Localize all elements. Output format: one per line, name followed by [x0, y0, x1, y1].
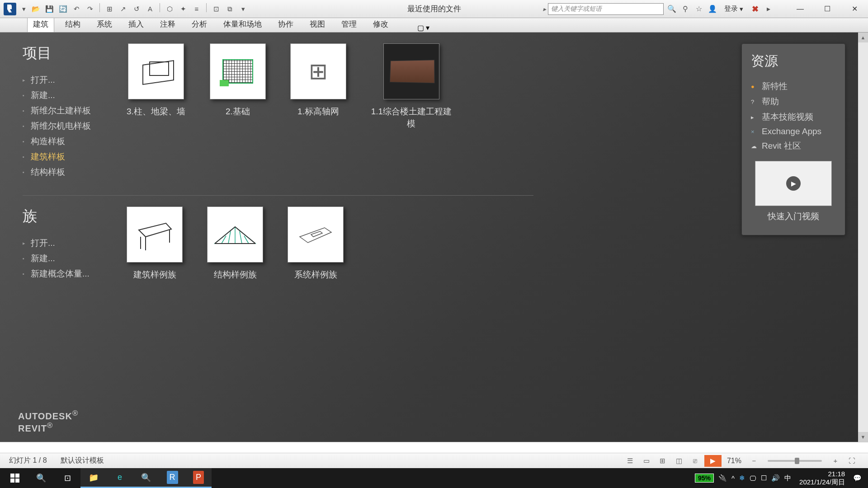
project-template-link[interactable]: ▪斯维尔土建样板	[23, 105, 113, 117]
task-view-button[interactable]: ⊡	[54, 468, 80, 488]
switch-win-icon[interactable]: ⧉	[224, 3, 236, 15]
family-new-link[interactable]: ▪新建...	[23, 253, 113, 264]
tab-systems[interactable]: 系统	[91, 16, 118, 32]
search-icon[interactable]: 🔍	[666, 4, 677, 14]
user-icon[interactable]: 👤	[707, 4, 718, 14]
dim-icon[interactable]: ↺	[131, 3, 142, 15]
zoom-level[interactable]: 71%	[727, 457, 741, 465]
close-button[interactable]: ✕	[841, 3, 868, 15]
help-expand-icon[interactable]: ▸	[763, 4, 774, 14]
open-icon[interactable]: 📂	[30, 3, 42, 15]
taskbar-app-edge[interactable]: e	[107, 468, 133, 488]
taskbar-app-powerpoint[interactable]: P	[185, 468, 212, 488]
save-icon[interactable]: 💾	[43, 3, 55, 15]
power-icon[interactable]: 🔌	[718, 474, 727, 482]
notifications-icon[interactable]: 💬	[853, 474, 862, 482]
volume-icon[interactable]: 🔊	[771, 474, 780, 482]
tab-manage[interactable]: 管理	[336, 16, 362, 32]
scroll-down-icon[interactable]: ▼	[858, 432, 868, 442]
doc-icon: ▪	[23, 123, 27, 129]
redo-icon[interactable]: ↷	[84, 3, 96, 15]
tab-architecture[interactable]: 建筑	[27, 16, 54, 32]
tab-analyze[interactable]: 分析	[186, 16, 212, 32]
family-conceptual-link[interactable]: ▪新建概念体量...	[23, 268, 113, 280]
recent-project[interactable]: 1.1综合楼土建工程建模	[371, 43, 452, 182]
tab-massing[interactable]: 体量和场地	[218, 16, 267, 32]
resource-link-new-features[interactable]: ●新特性	[751, 80, 836, 92]
section-icon[interactable]: ✦	[177, 3, 189, 15]
cast-icon[interactable]: 🖵	[750, 474, 756, 482]
project-template-link[interactable]: ▪构造样板	[23, 136, 113, 147]
quick-access-toolbar: 📂 💾 🔄 ↶ ↷ ⊞ ↗ ↺ A ⬡ ✦ ≡ ⊡ ⧉ ▾	[30, 3, 249, 15]
app-icon[interactable]	[4, 3, 16, 15]
start-button[interactable]	[2, 468, 28, 488]
doc-icon: ▪	[23, 271, 27, 277]
normal-view-icon[interactable]: ▭	[639, 455, 654, 467]
taskbar-app-search[interactable]: 🔍	[133, 468, 159, 488]
close-win-icon[interactable]: ⊡	[210, 3, 222, 15]
align-icon[interactable]: ↗	[117, 3, 129, 15]
project-template-link[interactable]: ▪斯维尔机电样板	[23, 120, 113, 132]
zoom-in-button[interactable]: +	[828, 455, 843, 467]
scroll-up-icon[interactable]: ▲	[858, 33, 868, 42]
zoom-out-button[interactable]: −	[747, 455, 761, 467]
3d-icon[interactable]: ⬡	[164, 3, 175, 15]
search-input[interactable]: 键入关键字或短语	[548, 3, 664, 15]
thin-lines-icon[interactable]: ≡	[191, 3, 203, 15]
notes-view-icon[interactable]: ⎚	[688, 455, 703, 467]
taskbar-app-revit[interactable]: R	[159, 468, 185, 488]
sync-icon[interactable]: 🔄	[57, 3, 69, 15]
recent-project[interactable]: ⊞ 1.标高轴网	[290, 43, 346, 182]
tab-structure[interactable]: 结构	[60, 16, 86, 32]
vertical-scrollbar[interactable]: ▲ ▼	[858, 33, 868, 442]
resource-link-videos[interactable]: ▸基本技能视频	[751, 111, 836, 123]
search-button[interactable]: 🔍	[28, 468, 54, 488]
taskbar-clock[interactable]: 21:18 2021/1/24/周日	[796, 470, 849, 486]
taskbar-app-explorer[interactable]: 📁	[80, 468, 107, 488]
resource-link-exchange[interactable]: ×Exchange Apps	[751, 127, 836, 136]
favorite-icon[interactable]: ☆	[693, 4, 704, 14]
recent-family[interactable]: 系统样例族	[288, 206, 344, 283]
slideshow-button[interactable]: ▶	[704, 455, 722, 467]
project-template-link[interactable]: ▪结构样板	[23, 166, 113, 178]
measure-icon[interactable]: ⊞	[104, 3, 115, 15]
reading-view-icon[interactable]: ◫	[672, 455, 686, 467]
battery-indicator[interactable]: 95%	[695, 474, 714, 483]
qat-more-icon[interactable]: ▾	[237, 3, 249, 15]
ime-indicator[interactable]: 中	[784, 474, 791, 483]
exchange-icon[interactable]: ✖	[750, 4, 760, 14]
tray-app-icon[interactable]: ❄	[739, 474, 745, 482]
quick-start-video[interactable]: 快速入门视频	[751, 161, 836, 222]
ribbon-extra[interactable]: ▢ ▾	[417, 23, 429, 32]
minimize-button[interactable]: —	[787, 3, 814, 15]
network-icon[interactable]: ☐	[761, 474, 767, 482]
resource-link-community[interactable]: ☁Revit 社区	[751, 140, 836, 152]
search-area: 键入关键字或短语 🔍 ⚲ ☆ 👤 登录 ▾ ✖ ▸	[548, 3, 774, 15]
maximize-button[interactable]: ☐	[814, 3, 841, 15]
menu-icon[interactable]: ☰	[623, 455, 637, 467]
section-divider	[23, 195, 533, 196]
family-open-link[interactable]: ▸打开...	[23, 237, 113, 249]
fit-window-button[interactable]: ⛶	[844, 455, 859, 467]
zoom-slider[interactable]	[768, 460, 822, 462]
text-icon[interactable]: A	[144, 3, 156, 15]
resource-link-help[interactable]: ?帮助	[751, 96, 836, 108]
project-open-link[interactable]: ▸打开...	[23, 74, 113, 86]
login-button[interactable]: 登录 ▾	[721, 4, 747, 14]
recent-project[interactable]: 2.基础	[210, 43, 266, 182]
subscription-icon[interactable]: ⚲	[680, 4, 691, 14]
tab-insert[interactable]: 插入	[123, 16, 149, 32]
tray-expand-icon[interactable]: ^	[731, 474, 735, 482]
tab-annotate[interactable]: 注释	[155, 16, 181, 32]
tab-collaborate[interactable]: 协作	[273, 16, 299, 32]
project-new-link[interactable]: ▪新建...	[23, 89, 113, 101]
recent-family[interactable]: 建筑样例族	[127, 206, 183, 283]
sorter-view-icon[interactable]: ⊞	[656, 455, 670, 467]
tab-view[interactable]: 视图	[304, 16, 330, 32]
undo-icon[interactable]: ↶	[71, 3, 82, 15]
recent-project[interactable]: 3.柱、地梁、墙	[127, 43, 185, 182]
tab-modify[interactable]: 修改	[368, 16, 394, 32]
dropdown-icon[interactable]: ▾	[18, 3, 30, 15]
project-template-link[interactable]: ▪建筑样板	[23, 151, 113, 163]
recent-family[interactable]: 结构样例族	[207, 206, 263, 283]
